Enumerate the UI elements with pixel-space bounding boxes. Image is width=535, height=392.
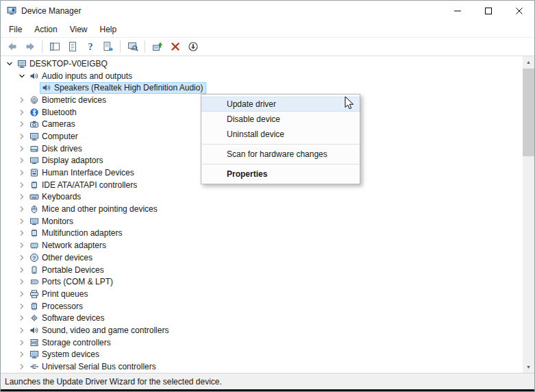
export-list-icon[interactable] [99, 39, 116, 55]
tree-item-speakers-realtek-high-definition-audio[interactable]: Speakers (Realtek High Definition Audio) [1, 82, 523, 94]
chevron-collapsed-icon[interactable] [16, 350, 27, 359]
maximize-icon [485, 8, 492, 14]
context-menu-item-scan-for-hardware-changes[interactable]: Scan for hardware changes [201, 147, 360, 162]
tree-item-print-queues[interactable]: Print queues [1, 288, 523, 300]
tree-item-audio-inputs-and-outputs[interactable]: Audio inputs and outputs [1, 70, 523, 82]
system-icon [28, 350, 40, 359]
context-menu-item-uninstall-device[interactable]: Uninstall device [201, 127, 360, 142]
row-content[interactable]: Ports (COM & LPT) [27, 276, 116, 288]
scrollbar-thumb[interactable] [523, 69, 534, 156]
menu-action[interactable]: Action [28, 22, 63, 37]
chevron-collapsed-icon[interactable] [16, 119, 27, 129]
selected-row-content[interactable]: Speakers (Realtek High Definition Audio) [40, 82, 206, 94]
chevron-collapsed-icon[interactable] [16, 326, 27, 335]
uninstall-device-icon[interactable] [166, 39, 184, 55]
chevron-collapsed-icon[interactable] [16, 144, 27, 154]
row-content[interactable]: System devices [27, 349, 103, 360]
tree-item-other-devices[interactable]: ?Other devices [1, 252, 523, 264]
row-content[interactable]: Cameras [27, 119, 79, 130]
row-content[interactable]: Software devices [27, 313, 108, 324]
chevron-collapsed-icon[interactable] [16, 132, 27, 141]
chevron-expanded-icon[interactable] [16, 71, 27, 81]
maximize-button[interactable] [473, 1, 503, 21]
chevron-collapsed-icon[interactable] [16, 289, 27, 299]
chevron-collapsed-icon[interactable] [16, 180, 27, 190]
chevron-collapsed-icon[interactable] [16, 338, 27, 347]
row-content[interactable]: Bluetooth [27, 106, 80, 118]
row-content[interactable]: Universal Serial Bus controllers [27, 361, 160, 373]
device-manager-window: Device Manager FileActionViewHelp ? DESK… [0, 0, 535, 392]
forward-icon[interactable] [21, 39, 38, 55]
vertical-scrollbar[interactable]: ▲ ▼ [523, 56, 534, 373]
row-content[interactable]: Processors [27, 300, 86, 312]
scrollbar-down-button[interactable]: ▼ [523, 361, 534, 373]
tree-item-sound-video-and-game-controllers[interactable]: Sound, video and game controllers [1, 324, 523, 336]
chevron-collapsed-icon[interactable] [16, 95, 27, 105]
tree-item-network-adapters[interactable]: Network adapters [1, 239, 523, 252]
row-content[interactable]: Human Interface Devices [27, 167, 138, 179]
chevron-collapsed-icon[interactable] [16, 362, 27, 371]
menu-help[interactable]: Help [94, 22, 123, 37]
scrollbar-up-button[interactable]: ▲ [523, 56, 534, 68]
row-content[interactable]: Audio inputs and outputs [27, 70, 136, 82]
disable-device-icon[interactable] [184, 39, 201, 55]
back-icon[interactable] [3, 39, 21, 55]
tree-item-mice-and-other-pointing-devices[interactable]: Mice and other pointing devices [1, 203, 523, 215]
tree-item-ports-com-lpt[interactable]: Ports (COM & LPT) [1, 275, 523, 288]
chevron-collapsed-icon[interactable] [16, 168, 27, 177]
row-content[interactable]: Biometric devices [27, 94, 110, 106]
row-content[interactable]: Computer [27, 130, 82, 142]
row-content[interactable]: ?Other devices [27, 252, 96, 263]
chevron-collapsed-icon[interactable] [16, 241, 27, 250]
chevron-collapsed-icon[interactable] [16, 302, 27, 311]
tree-item-storage-controllers[interactable]: Storage controllers [1, 336, 523, 349]
menu-file[interactable]: File [3, 22, 28, 37]
help-icon[interactable]: ? [82, 39, 99, 55]
tree-item-universal-serial-bus-controllers[interactable]: Universal Serial Bus controllers [1, 360, 523, 373]
properties-icon[interactable] [64, 39, 81, 55]
row-content[interactable]: Keyboards [27, 191, 84, 203]
show-console-tree-icon[interactable] [46, 39, 63, 55]
update-driver-icon[interactable] [149, 39, 166, 55]
row-content[interactable]: Sound, video and game controllers [27, 324, 172, 336]
row-content[interactable]: Mice and other pointing devices [27, 204, 161, 215]
chevron-collapsed-icon[interactable] [16, 217, 27, 226]
chevron-collapsed-icon[interactable] [16, 313, 27, 323]
chevron-collapsed-icon[interactable] [16, 253, 27, 262]
row-content[interactable]: IDE ATA/ATAPI controllers [27, 179, 140, 191]
close-button[interactable] [503, 1, 534, 21]
minimize-button[interactable] [442, 1, 473, 21]
tree-item-system-devices[interactable]: System devices [1, 349, 523, 361]
tree-item-portable-devices[interactable]: Portable Devices [1, 264, 523, 276]
chevron-collapsed-icon[interactable] [16, 156, 27, 165]
chevron-collapsed-icon[interactable] [16, 192, 27, 201]
chevron-expanded-icon[interactable] [3, 59, 15, 69]
row-content[interactable]: DESKTOP-V0EIGBQ [15, 58, 111, 69]
context-menu-item-properties[interactable]: Properties [201, 167, 360, 182]
tree-item-keyboards[interactable]: Keyboards [1, 191, 523, 204]
toolbar: ? [1, 38, 534, 56]
chevron-collapsed-icon[interactable] [16, 228, 27, 238]
row-content[interactable]: Disk drives [27, 143, 86, 154]
row-content[interactable]: Network adapters [27, 240, 110, 252]
row-content[interactable]: Display adaptors [27, 155, 106, 167]
chevron-collapsed-icon[interactable] [16, 265, 27, 275]
row-content[interactable]: Monitors [27, 215, 77, 227]
menu-view[interactable]: View [64, 22, 94, 37]
tree-item-monitors[interactable]: Monitors [1, 215, 523, 228]
context-menu-item-disable-device[interactable]: Disable device [201, 112, 360, 127]
row-content[interactable]: Print queues [27, 288, 91, 299]
row-content[interactable]: Storage controllers [27, 336, 114, 348]
chevron-collapsed-icon[interactable] [16, 277, 27, 286]
scan-hardware-icon[interactable] [124, 39, 141, 55]
chevron-collapsed-icon[interactable] [16, 204, 27, 214]
tree-item-desktop-v0eigbq[interactable]: DESKTOP-V0EIGBQ [1, 58, 523, 70]
tree-item-label: Multifunction adapters [40, 228, 125, 238]
tree-item-processors[interactable]: Processors [1, 300, 523, 313]
row-content[interactable]: Multifunction adapters [27, 228, 125, 239]
tree-item-multifunction-adapters[interactable]: Multifunction adapters [1, 228, 523, 240]
chevron-collapsed-icon[interactable] [16, 108, 27, 117]
row-content[interactable]: Portable Devices [27, 264, 108, 275]
context-menu-item-update-driver[interactable]: Update driver [201, 97, 360, 112]
tree-item-software-devices[interactable]: Software devices [1, 312, 523, 324]
